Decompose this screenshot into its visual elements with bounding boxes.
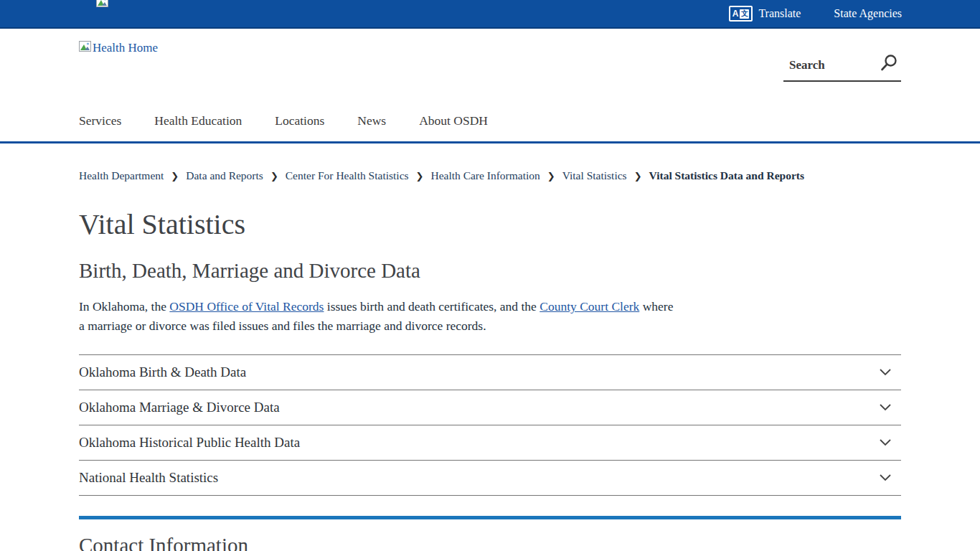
breadcrumb-link-vital-statistics[interactable]: Vital Statistics [562, 169, 627, 182]
page-title: Vital Statistics [79, 208, 901, 241]
translate-link[interactable]: A 文 Translate [729, 6, 801, 22]
vital-records-link[interactable]: OSDH Office of Vital Records [169, 299, 324, 314]
chevron-down-icon [880, 436, 891, 449]
site-header: Health Home Services Health Education Lo… [0, 29, 980, 143]
main-content: Health Department ❯ Data and Reports ❯ C… [79, 143, 901, 551]
main-navigation: Services Health Education Locations News… [79, 113, 488, 128]
breadcrumb-link-health-care-information[interactable]: Health Care Information [430, 169, 540, 182]
search-icon [880, 64, 898, 75]
breadcrumb-link-health-department[interactable]: Health Department [79, 169, 164, 182]
accordion-list: Oklahoma Birth & Death Data Oklahoma Mar… [79, 354, 901, 496]
state-agencies-link[interactable]: State Agencies [834, 7, 902, 20]
state-agencies-label: State Agencies [834, 7, 902, 20]
translate-label: Translate [758, 7, 801, 20]
search-input[interactable] [783, 58, 868, 72]
nav-item-news[interactable]: News [357, 113, 386, 128]
chevron-right-icon: ❯ [547, 171, 555, 182]
chevron-right-icon: ❯ [634, 171, 642, 182]
breadcrumb: Health Department ❯ Data and Reports ❯ C… [79, 169, 901, 182]
health-home-link[interactable]: Health Home [79, 41, 158, 55]
broken-image-icon [96, 0, 108, 10]
intro-text: issues birth and death certificates, and… [324, 299, 540, 314]
chevron-right-icon: ❯ [171, 171, 179, 182]
intro-text: In Oklahoma, the [79, 299, 169, 314]
breadcrumb-current-page: Vital Statistics Data and Reports [649, 169, 804, 182]
broken-image-icon [79, 41, 91, 55]
contact-information-heading: Contact Information [79, 534, 901, 551]
health-home-label: Health Home [93, 41, 158, 55]
nav-item-locations[interactable]: Locations [275, 113, 324, 128]
translate-icon: A 文 [729, 6, 753, 22]
accordion-label: Oklahoma Historical Public Health Data [79, 435, 300, 451]
accordion-label: Oklahoma Birth & Death Data [79, 364, 246, 380]
search-box [783, 50, 901, 82]
breadcrumb-link-data-and-reports[interactable]: Data and Reports [186, 169, 263, 182]
breadcrumb-link-center-for-health-statistics[interactable]: Center For Health Statistics [286, 169, 409, 182]
accordion-historical-public-health-data[interactable]: Oklahoma Historical Public Health Data [79, 425, 901, 460]
chevron-down-icon [880, 401, 891, 414]
accordion-label: National Health Statistics [79, 470, 218, 486]
accordion-national-health-statistics[interactable]: National Health Statistics [79, 460, 901, 495]
nav-item-health-education[interactable]: Health Education [154, 113, 242, 128]
page-subtitle: Birth, Death, Marriage and Divorce Data [79, 258, 901, 283]
chevron-right-icon: ❯ [270, 171, 278, 182]
intro-paragraph: In Oklahoma, the OSDH Office of Vital Re… [79, 297, 674, 336]
section-divider [79, 516, 901, 519]
top-utility-bar: A 文 Translate State Agencies [0, 0, 980, 29]
search-button[interactable] [880, 54, 901, 77]
chevron-down-icon [880, 471, 891, 484]
chevron-down-icon [880, 366, 891, 379]
accordion-birth-death-data[interactable]: Oklahoma Birth & Death Data [79, 354, 901, 390]
accordion-marriage-divorce-data[interactable]: Oklahoma Marriage & Divorce Data [79, 390, 901, 425]
nav-item-about-osdh[interactable]: About OSDH [419, 113, 488, 128]
chevron-right-icon: ❯ [416, 171, 424, 182]
county-court-clerk-link[interactable]: County Court Clerk [540, 299, 639, 314]
accordion-label: Oklahoma Marriage & Divorce Data [79, 400, 280, 415]
nav-item-services[interactable]: Services [79, 113, 121, 128]
